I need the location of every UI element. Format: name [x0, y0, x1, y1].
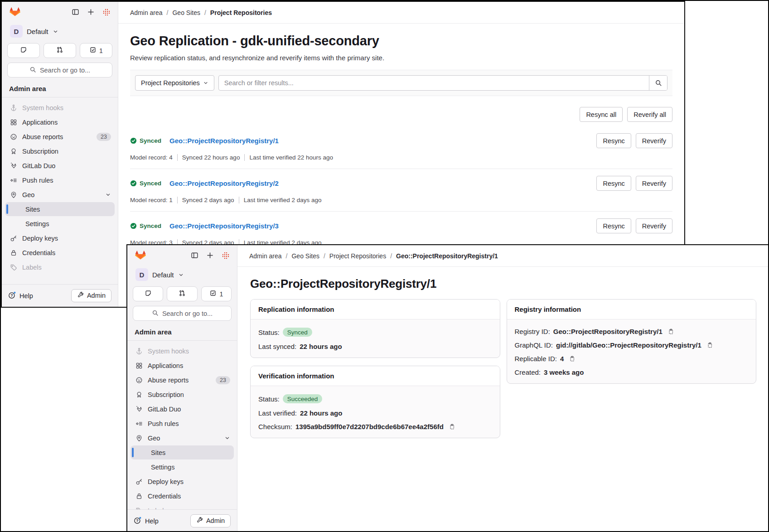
reverify-button[interactable]: Reverify: [636, 133, 672, 148]
context-switcher[interactable]: D Default: [133, 266, 232, 283]
sidebar-item-deploy-keys[interactable]: Deploy keys: [5, 231, 115, 245]
sidebar-item-system-hooks[interactable]: System hooks: [5, 101, 115, 115]
sidebar-footer: ? Help Admin: [127, 509, 237, 532]
diamond-list-icon: [135, 420, 143, 427]
sidebar-item-applications[interactable]: Applications: [131, 358, 234, 372]
sidebar-item-subscription[interactable]: Subscription: [5, 144, 115, 158]
sidebar-item-labels[interactable]: Labels: [131, 503, 234, 509]
copy-icon[interactable]: [667, 328, 675, 335]
todo-checkbox-icon: [89, 46, 97, 55]
help-button[interactable]: ? Help: [134, 517, 159, 526]
replicable-type-dropdown[interactable]: Project Repositories: [135, 75, 214, 91]
issues-shortcut-button[interactable]: [133, 286, 163, 301]
sidebar-item-deploy-keys[interactable]: Deploy keys: [131, 474, 234, 488]
sidebar-item-sites[interactable]: Sites: [5, 202, 115, 216]
breadcrumb-geo-sites[interactable]: Geo Sites: [291, 252, 319, 260]
sidebar-header: [127, 245, 237, 263]
copy-icon[interactable]: [448, 423, 456, 430]
registry-id-value: Geo::ProjectRepositoryRegistry/1: [553, 328, 663, 335]
search-or-go-to-button[interactable]: Search or go to...: [7, 63, 112, 77]
location-pin-icon: [135, 435, 143, 442]
verification-info-panel: Verification information Status: Succeed…: [250, 366, 500, 438]
resync-button[interactable]: Resync: [596, 133, 631, 148]
sidebar-item-applications[interactable]: Applications: [5, 115, 115, 129]
registry-link[interactable]: Geo::ProjectRepositoryRegistry/3: [169, 222, 279, 230]
breadcrumb-project-repositories[interactable]: Project Repositories: [329, 252, 386, 260]
merge-request-icon: [179, 290, 186, 298]
filter-search: [218, 75, 667, 91]
reverify-all-button[interactable]: Reverify all: [627, 107, 672, 122]
todos-shortcut-button[interactable]: 1: [201, 286, 232, 301]
breadcrumb-admin-area[interactable]: Admin area: [249, 252, 282, 260]
sidebar-item-credentials[interactable]: Credentials: [131, 489, 234, 503]
search-or-go-to-button[interactable]: Search or go to...: [133, 306, 232, 321]
wrench-icon: [77, 291, 84, 300]
reverify-button[interactable]: Reverify: [636, 218, 672, 233]
search-icon: [29, 66, 36, 74]
registry-link[interactable]: Geo::ProjectRepositoryRegistry/2: [169, 179, 279, 187]
context-name: Default: [27, 28, 48, 35]
app-switcher-icon[interactable]: [102, 7, 111, 17]
checksum-label: Checksum:: [258, 423, 292, 430]
sidebar-item-push-rules[interactable]: Push rules: [131, 416, 234, 430]
diamond-list-icon: [10, 177, 17, 184]
resync-all-button[interactable]: Resync all: [580, 107, 623, 122]
copy-icon[interactable]: [568, 355, 576, 363]
app-switcher-icon[interactable]: [221, 251, 231, 261]
chevron-down-icon: [105, 192, 111, 198]
sidebar-item-credentials[interactable]: Credentials: [5, 246, 115, 260]
plus-icon[interactable]: [205, 251, 215, 260]
merge-requests-shortcut-button[interactable]: [167, 286, 197, 301]
reverify-button[interactable]: Reverify: [636, 176, 672, 191]
sidebar-item-abuse-reports[interactable]: Abuse reports 23: [131, 373, 234, 387]
filter-search-input[interactable]: [219, 76, 649, 90]
sidebar-item-sites[interactable]: Sites: [131, 445, 234, 459]
anchor-icon: [10, 104, 17, 111]
sidebar-item-settings[interactable]: Settings: [131, 460, 234, 474]
issues-shortcut-button[interactable]: [7, 43, 40, 58]
sidebar-item-settings[interactable]: Settings: [5, 217, 115, 231]
resync-button[interactable]: Resync: [596, 176, 631, 191]
todos-shortcut-button[interactable]: 1: [80, 43, 112, 58]
sync-status-pill: Synced: [283, 328, 312, 337]
sidebar-item-labels[interactable]: Labels: [5, 260, 115, 274]
registry-info-panel: Registry information Registry ID: Geo::P…: [507, 299, 757, 384]
sidebar-shortcuts: 1: [7, 43, 112, 58]
breadcrumb-geo-sites[interactable]: Geo Sites: [172, 9, 200, 16]
admin-sidebar: D Default: [2, 2, 118, 307]
medal-icon: [10, 148, 17, 155]
search-icon: [152, 310, 159, 318]
copy-icon[interactable]: [706, 341, 714, 349]
sidebar-item-geo[interactable]: Geo: [5, 188, 115, 202]
status-label: Status:: [258, 329, 280, 336]
breadcrumb-current: Project Repositories: [210, 9, 272, 16]
admin-button[interactable]: Admin: [71, 289, 111, 302]
sidebar-item-gitlab-duo[interactable]: GitLab Duo: [5, 159, 115, 173]
registry-detail-window: D Default: [126, 244, 769, 532]
sidebar-toggle-icon[interactable]: [71, 7, 80, 17]
sidebar-item-geo[interactable]: Geo: [131, 431, 234, 445]
breadcrumb: Admin area / Geo Sites / Project Reposit…: [118, 2, 684, 24]
sidebar-toggle-icon[interactable]: [190, 251, 199, 260]
registry-meta: Model record: 1 Synced 2 days ago Last t…: [130, 197, 672, 203]
sidebar-item-push-rules[interactable]: Push rules: [5, 173, 115, 187]
context-avatar: D: [10, 25, 23, 38]
admin-button[interactable]: Admin: [190, 514, 231, 527]
page-head: Geo Replication - gdk-unified-secondary …: [118, 24, 684, 62]
sidebar-item-abuse-reports[interactable]: Abuse reports 23: [5, 130, 115, 144]
context-switcher[interactable]: D Default: [7, 23, 112, 39]
plus-icon[interactable]: [86, 7, 96, 17]
context-name: Default: [152, 271, 174, 279]
merge-requests-shortcut-button[interactable]: [44, 43, 76, 58]
wrench-icon: [196, 517, 203, 525]
resync-button[interactable]: Resync: [596, 218, 631, 233]
todo-count: 1: [99, 47, 103, 54]
lock-icon: [135, 493, 143, 500]
breadcrumb-admin-area[interactable]: Admin area: [130, 9, 163, 16]
sidebar-item-gitlab-duo[interactable]: GitLab Duo: [131, 402, 234, 416]
help-button[interactable]: ? Help: [8, 291, 33, 300]
sidebar-item-system-hooks[interactable]: System hooks: [131, 344, 234, 358]
registry-link[interactable]: Geo::ProjectRepositoryRegistry/1: [169, 137, 279, 145]
sidebar-item-subscription[interactable]: Subscription: [131, 387, 234, 401]
filter-search-button[interactable]: [649, 76, 667, 90]
